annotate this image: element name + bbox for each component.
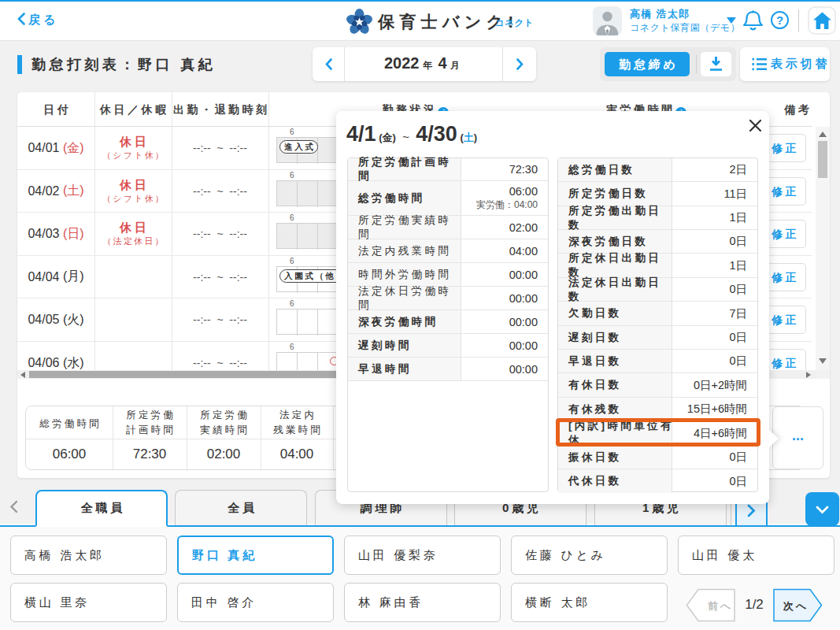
svg-text:次へ: 次へ xyxy=(783,600,809,612)
svg-text:前へ: 前へ xyxy=(708,600,733,612)
